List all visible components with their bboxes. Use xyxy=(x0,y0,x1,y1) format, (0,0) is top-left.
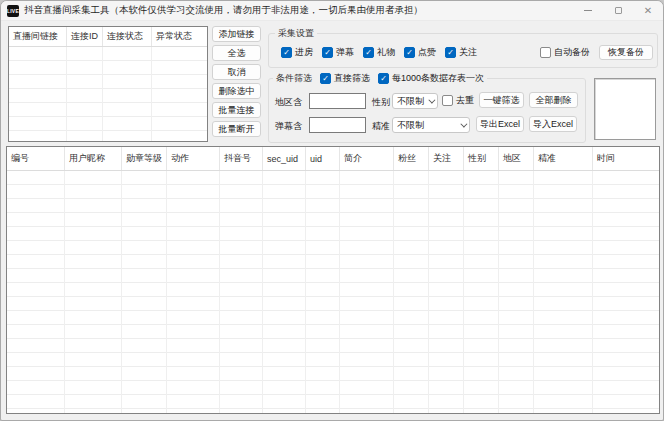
data-table-header: 编号 用户昵称 勋章等级 动作 抖音号 sec_uid uid 简介 粉丝 关注… xyxy=(7,147,659,171)
data-table: 编号 用户昵称 勋章等级 动作 抖音号 sec_uid uid 简介 粉丝 关注… xyxy=(6,146,660,414)
filter-settings-group: 条件筛选 ✓ 直接筛选 ✓ 每1000条数据存表一次 地区含 性别 不限制 去重… xyxy=(268,78,586,143)
checkbox-icon: ✓ xyxy=(445,47,456,58)
checkbox-label: 弹幕 xyxy=(336,46,354,59)
checkbox-label: 每1000条数据存表一次 xyxy=(392,72,484,85)
precise-select[interactable]: 不限制 xyxy=(392,117,470,133)
gender-select[interactable]: 不限制 xyxy=(392,93,438,109)
region-contains-label: 地区含 xyxy=(275,96,302,109)
data-table-body xyxy=(7,171,659,413)
delete-selected-button[interactable]: 删除选中 xyxy=(212,83,261,99)
export-excel-button[interactable]: 导出Excel xyxy=(476,116,524,132)
maximize-icon xyxy=(615,7,622,14)
delete-all-button[interactable]: 全部删除 xyxy=(529,92,578,108)
live-app-icon: LIVE xyxy=(7,5,19,17)
checkbox-save-every-1000[interactable]: ✓ 每1000条数据存表一次 xyxy=(378,72,484,85)
column-header-region[interactable]: 地区 xyxy=(499,147,534,170)
filter-settings-title: 条件筛选 xyxy=(276,72,312,85)
checkbox-like[interactable]: ✓ 点赞 xyxy=(404,46,436,59)
checkbox-label: 直接筛选 xyxy=(334,72,370,85)
batch-connect-button[interactable]: 批量连接 xyxy=(212,102,261,118)
checkbox-label: 礼物 xyxy=(377,46,395,59)
checkbox-direct-filter[interactable]: ✓ 直接筛选 xyxy=(320,72,370,85)
link-action-buttons: 添加链接 全选 取消 删除选中 批量连接 批量断开 xyxy=(212,26,261,137)
column-header-bio[interactable]: 简介 xyxy=(340,147,394,170)
column-header-gender[interactable]: 性别 xyxy=(464,147,499,170)
maximize-button[interactable] xyxy=(603,1,633,20)
checkbox-icon: ✓ xyxy=(320,73,331,84)
column-header-sec-uid[interactable]: sec_uid xyxy=(263,147,306,170)
checkbox-gift[interactable]: ✓ 礼物 xyxy=(363,46,395,59)
cancel-button[interactable]: 取消 xyxy=(212,64,261,80)
column-header-error-status[interactable]: 异常状态 xyxy=(152,27,207,46)
checkbox-label: 自动备份 xyxy=(554,46,590,59)
column-header-douyin-id[interactable]: 抖音号 xyxy=(220,147,263,170)
precise-select-value: 不限制 xyxy=(397,119,424,132)
column-header-fans[interactable]: 粉丝 xyxy=(394,147,429,170)
checkbox-label: 点赞 xyxy=(418,46,436,59)
column-header-conn-id[interactable]: 连接ID xyxy=(67,27,103,46)
checkbox-icon xyxy=(442,95,453,106)
collect-settings-title: 采集设置 xyxy=(275,27,317,40)
title-bar[interactable]: LIVE 抖音直播间采集工具（本软件仅供学习交流使用，请勿用于非法用途，一切后果… xyxy=(1,1,663,21)
minimize-button[interactable] xyxy=(573,1,603,20)
connection-table: 直播间链接 连接ID 连接状态 异常状态 xyxy=(8,26,208,142)
minimize-icon xyxy=(584,10,592,11)
checkbox-icon: ✓ xyxy=(378,73,389,84)
checkbox-label: 进房 xyxy=(295,46,313,59)
connection-table-header: 直播间链接 连接ID 连接状态 异常状态 xyxy=(9,27,207,47)
import-excel-button[interactable]: 导入Excel xyxy=(529,116,577,132)
checkbox-enter-room[interactable]: ✓ 进房 xyxy=(281,46,313,59)
checkbox-icon: ✓ xyxy=(322,47,333,58)
gender-label: 性别 xyxy=(372,96,390,109)
checkbox-label: 去重 xyxy=(456,94,474,107)
restore-backup-button[interactable]: 恢复备份 xyxy=(599,45,653,60)
checkbox-icon: ✓ xyxy=(363,47,374,58)
column-header-follow[interactable]: 关注 xyxy=(429,147,464,170)
filter-settings-titlebar: 条件筛选 ✓ 直接筛选 ✓ 每1000条数据存表一次 xyxy=(273,72,487,85)
column-header-conn-status[interactable]: 连接状态 xyxy=(103,27,152,46)
collect-settings-group: 采集设置 ✓ 进房 ✓ 弹幕 ✓ 礼物 ✓ 点赞 ✓ 关注 xyxy=(268,33,658,68)
add-link-button[interactable]: 添加链接 xyxy=(212,26,261,42)
precise-label: 精准 xyxy=(372,120,390,133)
checkbox-icon xyxy=(540,47,551,58)
checkbox-label: 关注 xyxy=(459,46,477,59)
window-controls: ✕ xyxy=(573,1,663,20)
checkbox-follow[interactable]: ✓ 关注 xyxy=(445,46,477,59)
checkbox-icon: ✓ xyxy=(404,47,415,58)
column-header-number[interactable]: 编号 xyxy=(7,147,65,170)
checkbox-auto-backup[interactable]: 自动备份 xyxy=(540,46,590,59)
danmaku-contains-label: 弹幕含 xyxy=(275,120,302,133)
close-button[interactable]: ✕ xyxy=(633,1,663,20)
column-header-action[interactable]: 动作 xyxy=(167,147,220,170)
checkbox-danmaku[interactable]: ✓ 弹幕 xyxy=(322,46,354,59)
checkbox-icon: ✓ xyxy=(281,47,292,58)
close-icon: ✕ xyxy=(644,5,652,16)
danmaku-contains-input[interactable] xyxy=(309,117,366,133)
one-click-filter-button[interactable]: 一键筛选 xyxy=(479,92,524,108)
preview-box xyxy=(594,78,656,140)
column-header-uid[interactable]: uid xyxy=(306,147,340,170)
batch-disconnect-button[interactable]: 批量断开 xyxy=(212,121,261,137)
chevron-down-icon xyxy=(460,120,467,127)
column-header-precise[interactable]: 精准 xyxy=(534,147,593,170)
region-contains-input[interactable] xyxy=(309,93,366,109)
gender-select-value: 不限制 xyxy=(397,95,424,108)
column-header-room-link[interactable]: 直播间链接 xyxy=(9,27,67,46)
column-header-nickname[interactable]: 用户昵称 xyxy=(65,147,122,170)
app-window: LIVE 抖音直播间采集工具（本软件仅供学习交流使用，请勿用于非法用途，一切后果… xyxy=(0,0,664,421)
checkbox-dedupe[interactable]: 去重 xyxy=(442,94,474,107)
connection-table-body xyxy=(9,47,207,141)
select-all-button[interactable]: 全选 xyxy=(212,45,261,61)
column-header-medal-level[interactable]: 勋章等级 xyxy=(122,147,167,170)
column-header-time[interactable]: 时间 xyxy=(593,147,659,170)
chevron-down-icon xyxy=(428,96,435,103)
window-title: 抖音直播间采集工具（本软件仅供学习交流使用，请勿用于非法用途，一切后果由使用者承… xyxy=(24,4,423,17)
